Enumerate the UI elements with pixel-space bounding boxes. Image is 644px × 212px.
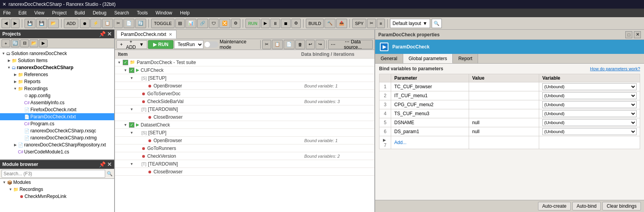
view-button[interactable]: TOGGLE [151, 19, 175, 28]
menu-search[interactable]: Search [113, 9, 131, 16]
view-icon1[interactable]: ▤ [175, 19, 185, 28]
row-1-var-select[interactable]: (Unbound) [542, 83, 637, 90]
auto-create-button[interactable]: Auto-create [538, 202, 571, 210]
row-1-variable[interactable]: (Unbound) [539, 82, 640, 91]
how-link[interactable]: How do parameters work? [590, 66, 640, 71]
view-icon5[interactable]: 🔀 [219, 19, 230, 28]
tree-item-paramdoc[interactable]: 📄 ParamDocCheck.rxtxt [0, 113, 114, 120]
tree-item-project[interactable]: ▼ 🗂 ranorexDocCheckCSharp [0, 64, 114, 71]
projects-pin-icon[interactable]: 📌 [99, 31, 106, 37]
suite-ds-setup[interactable]: ▼ [S] [SETUP] [115, 129, 374, 137]
projects-refresh-btn[interactable]: 🔄 [11, 39, 19, 47]
param-tab-global[interactable]: Global parameters [403, 54, 453, 63]
right-panel-restore-btn[interactable]: □ [625, 31, 632, 38]
menu-tools[interactable]: Tools [135, 9, 149, 16]
action-button[interactable]: ⚡ [90, 19, 101, 28]
tree-item-reports[interactable]: ▶ 📁 Reports [0, 78, 114, 85]
projects-collapse-btn[interactable]: ⊟ [20, 39, 29, 47]
menu-help[interactable]: Help [178, 9, 191, 16]
tree-item-assemblyinfo[interactable]: C# AssemblyInfo.cs [0, 99, 114, 106]
cut-action-button[interactable]: ✂ [262, 40, 271, 49]
suite-cuf-closebrowser[interactable]: ⏺ CloseBrowser [115, 113, 374, 121]
paste-button[interactable]: 📄 [124, 19, 134, 28]
row-4-variable[interactable]: (Unbound) [539, 109, 640, 118]
stop-button[interactable]: ⏹ [281, 19, 291, 28]
row-6-value[interactable]: null [469, 127, 539, 136]
row-4-value[interactable] [469, 109, 539, 118]
suite-ds-teardown[interactable]: ▼ [T] [TEARDOWN] [115, 160, 374, 168]
row-1-param[interactable]: TC_CUF_browser [391, 82, 469, 91]
back-button[interactable]: ◀ [2, 19, 10, 28]
row-5-value[interactable]: null [469, 118, 539, 127]
suite-ds-gotorunners[interactable]: ⏺ GoToRunners [115, 144, 374, 152]
tree-item-usercode[interactable]: C# UserCodeModule1.cs [0, 148, 114, 155]
module-tree-recordings[interactable]: ▼ 📁 Recordings [0, 186, 114, 193]
center-tab-close-icon[interactable]: ✕ [169, 32, 172, 37]
save-button[interactable]: 💾 [25, 19, 35, 28]
suite-cuf-openbrowser[interactable]: ⏺ OpenBrowser Bound variable: 1 [115, 82, 374, 90]
record-button[interactable]: ⏺ [80, 19, 90, 28]
module-search-input[interactable] [2, 170, 105, 178]
row-2-param[interactable]: IT_CUF_menu1 [391, 91, 469, 100]
datasetcheck-checkbox[interactable]: ✓ [129, 122, 134, 128]
copy-action-button[interactable]: 📋 [272, 40, 283, 49]
menu-window[interactable]: Window [154, 9, 174, 16]
maintenance-mode-toggle[interactable]: Maintenance mode [204, 39, 259, 50]
auto-bind-button[interactable]: Auto-bind [572, 202, 601, 210]
projects-expand-btn[interactable]: 📂 [30, 39, 38, 47]
build-icon1[interactable]: 🔨 [325, 19, 335, 28]
row-3-var-select[interactable]: (Unbound) [542, 101, 637, 108]
tree-item-program[interactable]: C# Program.cs [0, 120, 114, 127]
projects-run-btn[interactable]: ▶ [39, 39, 48, 47]
open-button[interactable]: 📂 [48, 19, 59, 28]
forward-button[interactable]: ▶ [11, 19, 19, 28]
center-run-button[interactable]: ▶ RUN [148, 40, 173, 49]
row-3-variable[interactable]: (Unbound) [539, 100, 640, 109]
copy-button[interactable]: 📋 [102, 19, 113, 28]
projects-close-icon[interactable]: ✕ [107, 31, 112, 37]
view-icon2[interactable]: 📊 [185, 19, 196, 28]
row-5-var-select[interactable]: (Unbound) [542, 119, 637, 126]
toggle-track[interactable] [204, 41, 218, 48]
menu-view[interactable]: View [33, 9, 46, 16]
module-browser-pin-icon[interactable]: 📌 [99, 161, 106, 167]
tree-item-solution[interactable]: ▼ 🗂 Solution ranorexDocCheck [0, 50, 114, 57]
suite-ds-closebrowser[interactable]: ⏺ CloseBrowser [115, 168, 374, 176]
row-7-value[interactable] [469, 136, 539, 149]
row-4-var-select[interactable]: (Unbound) [542, 110, 637, 117]
build-button[interactable]: BUILD [306, 19, 324, 28]
tree-item-appconfig[interactable]: ⚙ app.config [0, 92, 114, 99]
param-tab-general[interactable]: General [375, 54, 403, 63]
tree-item-rxtmg[interactable]: 📄 ranorexDocCheckCSharp.rxtmg [0, 134, 114, 141]
row-5-param[interactable]: DSNAME [391, 118, 469, 127]
row-2-value[interactable] [469, 91, 539, 100]
right-panel-close-btn[interactable]: ✕ [634, 31, 641, 38]
menu-project[interactable]: Project [51, 9, 68, 16]
row-1-value[interactable] [469, 82, 539, 91]
tree-item-references[interactable]: ▶ 📁 References [0, 71, 114, 78]
spy-icon1[interactable]: ✂ [367, 19, 376, 28]
view-icon4[interactable]: 🛡 [209, 19, 219, 28]
module-tree-checkmvn[interactable]: ⏺ CheckMvnRepoLink [0, 193, 114, 200]
test-run-select[interactable]: TestRun [174, 40, 203, 49]
suite-cufcheck[interactable]: ▼ ✓ ▶ CUFCheck [115, 66, 374, 74]
run-toolbar-button[interactable]: RUN [245, 19, 260, 28]
redo-button[interactable]: ↪ [316, 40, 325, 49]
row-7-param[interactable]: Add... [391, 136, 469, 149]
row-6-var-select[interactable]: (Unbound) [542, 128, 637, 135]
menu-edit[interactable]: Edit [17, 9, 28, 16]
datasource-button[interactable]: ⋯ ⋯ Data source... [328, 40, 373, 49]
suite-ds-openbrowser[interactable]: ⏺ OpenBrowser Bound variable: 1 [115, 137, 374, 144]
menu-debug[interactable]: Debug [91, 9, 108, 16]
spy-button[interactable]: SPY [352, 19, 366, 28]
add-toolbar-button[interactable]: ADD [64, 19, 78, 28]
toolbar-search-button[interactable]: 🔍 [432, 19, 442, 28]
suite-root[interactable]: ▼ ✓ 📁 ParamDocCheck - Test suite [115, 59, 374, 66]
run-play-button[interactable]: ▶ [261, 19, 270, 28]
row-3-param[interactable]: CPG_CUF_menu2 [391, 100, 469, 109]
center-add-button[interactable]: + + ADD ▼ [116, 40, 147, 49]
layout-dropdown[interactable]: Default layout ▼ [390, 19, 430, 28]
view-icon3[interactable]: 🔗 [197, 19, 208, 28]
suite-cuf-teardown[interactable]: ▼ [T] [TEARDOWN] [115, 105, 374, 113]
param-tab-report[interactable]: Report [453, 54, 478, 63]
